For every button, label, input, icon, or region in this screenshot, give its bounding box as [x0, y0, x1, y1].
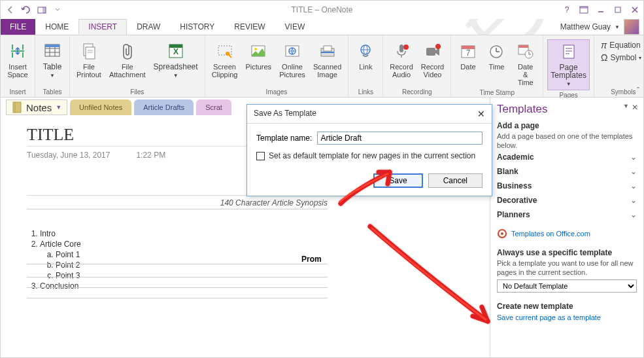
close-button[interactable] — [626, 3, 643, 17]
online-pictures-button[interactable]: Online Pictures — [277, 39, 308, 80]
default-template-select[interactable]: No Default Template — [497, 279, 637, 293]
svg-point-55 — [501, 232, 503, 235]
pictures-button[interactable]: Pictures — [243, 39, 274, 72]
pane-close-button[interactable]: ✕ — [632, 103, 638, 112]
chevron-down-icon: ⌄ — [630, 152, 637, 162]
quick-access-toolbar — [1, 3, 65, 17]
cat-business[interactable]: Business⌄ — [497, 179, 637, 193]
ribbon-display-button[interactable] — [575, 3, 592, 17]
record-video-button[interactable]: Record Video — [418, 39, 447, 80]
outline-list[interactable]: Intro Article Core Point 1 Point 2 Point… — [27, 229, 477, 291]
page-templates-button[interactable]: Page Templates ▼ — [547, 39, 590, 90]
ribbon-tabs: FILE HOME INSERT DRAW HISTORY REVIEW VIE… — [1, 19, 643, 35]
spreadsheet-icon: X — [165, 41, 186, 62]
date-icon: 7 — [458, 41, 479, 62]
office-templates-link[interactable]: Templates on Office.com — [497, 228, 637, 239]
tab-home[interactable]: HOME — [35, 19, 78, 35]
notebook-icon — [12, 101, 22, 113]
prom-label: Prom — [301, 255, 322, 264]
save-template-link[interactable]: Save current page as a template — [497, 313, 637, 321]
pane-dropdown-icon[interactable]: ▼ — [623, 103, 629, 112]
tab-review[interactable]: REVIEW — [224, 19, 275, 35]
svg-rect-14 — [86, 47, 95, 59]
scanned-image-button[interactable]: Scanned Image — [311, 39, 344, 80]
chevron-down-icon: ⌄ — [630, 196, 637, 205]
svg-rect-35 — [426, 48, 435, 56]
default-template-checkbox[interactable]: Set as default template for new pages in… — [256, 151, 483, 160]
create-template-heading: Create new template — [497, 302, 637, 311]
cat-decorative[interactable]: Decorative⌄ — [497, 193, 637, 207]
office-icon — [497, 228, 507, 239]
scanned-image-icon — [317, 41, 338, 62]
template-name-label: Template name: — [256, 134, 312, 143]
svg-rect-32 — [399, 45, 403, 52]
tab-history[interactable]: HISTORY — [170, 19, 224, 35]
page-templates-icon — [558, 41, 579, 62]
add-page-desc: Add a page based on one of the templates… — [497, 132, 637, 150]
qat-dropdown[interactable] — [50, 3, 65, 17]
undo-button[interactable] — [19, 3, 33, 17]
always-use-heading: Always use a specific template — [497, 248, 637, 257]
dock-button[interactable] — [35, 3, 49, 17]
svg-rect-48 — [564, 45, 574, 58]
file-printout-button[interactable]: File Printout — [74, 39, 104, 80]
time-button[interactable]: Time — [484, 39, 509, 72]
cat-blank[interactable]: Blank⌄ — [497, 164, 637, 179]
collapse-ribbon-button[interactable]: ˆ — [637, 86, 639, 96]
back-button[interactable] — [3, 3, 18, 17]
record-audio-button[interactable]: Record Audio — [387, 39, 415, 80]
spreadsheet-button[interactable]: X Spreadsheet▼ — [151, 39, 201, 81]
notebook-dropdown[interactable]: Notes ▼ — [6, 99, 67, 115]
tab-draw[interactable]: DRAW — [127, 19, 170, 35]
link-button[interactable]: Link — [352, 39, 379, 72]
help-button[interactable]: ? — [558, 3, 575, 17]
cat-academic[interactable]: Academic⌄ — [497, 150, 637, 164]
microphone-icon — [391, 41, 412, 62]
section-article-drafts[interactable]: Article Drafts — [134, 99, 194, 115]
cancel-button[interactable]: Cancel — [428, 173, 483, 188]
account-control[interactable]: Matthew Guay ▼ — [560, 19, 639, 35]
screen-clipping-button[interactable]: Screen Clipping — [209, 39, 241, 80]
svg-rect-20 — [218, 46, 231, 55]
tab-file[interactable]: FILE — [1, 19, 35, 35]
video-camera-icon — [422, 41, 443, 62]
screen-clipping-icon — [214, 41, 235, 62]
online-pictures-icon — [282, 41, 303, 62]
template-name-input[interactable] — [317, 132, 483, 145]
chevron-down-icon: ⌄ — [630, 210, 637, 219]
svg-rect-12 — [45, 45, 59, 47]
cat-planners[interactable]: Planners⌄ — [497, 207, 637, 222]
pictures-icon — [248, 41, 269, 62]
tab-insert[interactable]: INSERT — [78, 19, 127, 35]
symbol-button[interactable]: Ω Symbol ▾ — [598, 52, 644, 63]
table-button[interactable]: Table▼ — [39, 39, 65, 81]
svg-rect-52 — [13, 102, 21, 113]
save-button[interactable]: Save — [373, 173, 422, 188]
ribbon: Insert Space Insert Table▼ Tables File P… — [1, 35, 643, 98]
svg-point-23 — [254, 48, 257, 50]
date-button[interactable]: 7 Date — [455, 39, 481, 72]
always-use-desc: Pick a template you want to use for all … — [497, 259, 637, 277]
dialog-close-button[interactable]: ✕ — [477, 109, 485, 119]
file-attachment-button[interactable]: File Attachment — [107, 39, 148, 80]
page-time: 1:22 PM — [136, 151, 165, 160]
svg-text:X: X — [173, 47, 178, 56]
synopsis-text[interactable]: 140 Character Article Synopsis — [27, 198, 328, 209]
svg-rect-6 — [615, 7, 620, 12]
chevron-down-icon: ⌄ — [630, 167, 637, 176]
insert-space-button[interactable]: Insert Space — [5, 39, 31, 80]
time-icon — [486, 41, 507, 62]
svg-rect-27 — [324, 46, 331, 51]
svg-point-36 — [435, 44, 441, 49]
paperclip-icon — [117, 41, 138, 62]
maximize-button[interactable] — [609, 3, 626, 17]
equation-button[interactable]: π Equation ▾ — [598, 39, 644, 51]
svg-point-34 — [403, 45, 409, 50]
add-page-heading: Add a page — [497, 121, 637, 130]
date-time-button[interactable]: Date & Time — [512, 39, 539, 88]
section-unfiled[interactable]: Unfiled Notes — [70, 99, 131, 115]
section-scratch[interactable]: Scrat — [196, 99, 231, 115]
svg-rect-4 — [580, 7, 588, 9]
minimize-button[interactable] — [592, 3, 609, 17]
tab-view[interactable]: VIEW — [275, 19, 315, 35]
